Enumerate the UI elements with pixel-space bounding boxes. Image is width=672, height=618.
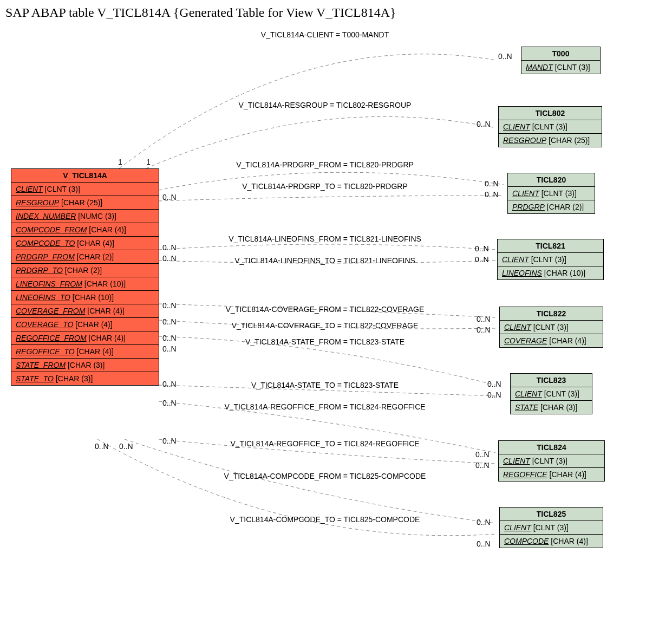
field-row: PRDGRP [CHAR (2)] bbox=[508, 200, 595, 213]
cardinality: 0..N bbox=[498, 52, 512, 61]
field-row: CLIENT [CLNT (3)] bbox=[499, 120, 602, 134]
entity-ticl824: TICL824 CLIENT [CLNT (3)] REGOFFICE [CHA… bbox=[498, 440, 605, 482]
field-row: MANDT [CLNT (3)] bbox=[521, 61, 600, 74]
field-row: PRDGRP_TO [CHAR (2)] bbox=[11, 264, 159, 277]
cardinality: 0..N bbox=[477, 539, 491, 548]
entity-header: TICL825 bbox=[500, 508, 603, 521]
relation-label: V_TICL814A-PRDGRP_FROM = TICL820-PRDGRP bbox=[236, 160, 414, 169]
relation-label: V_TICL814A-PRDGRP_TO = TICL820-PRDGRP bbox=[242, 182, 408, 191]
entity-header: TICL802 bbox=[499, 107, 602, 120]
field-row: CLIENT [CLNT (3)] bbox=[498, 253, 603, 266]
field-row: COMPCODE_FROM [CHAR (4)] bbox=[11, 223, 159, 237]
field-row: COVERAGE_FROM [CHAR (4)] bbox=[11, 304, 159, 318]
entity-ticl821: TICL821 CLIENT [CLNT (3)] LINEOFINS [CHA… bbox=[497, 239, 604, 280]
cardinality: 1 bbox=[118, 158, 122, 166]
cardinality: 0..N bbox=[162, 243, 177, 252]
cardinality: 0..N bbox=[485, 190, 499, 199]
cardinality: 0..N bbox=[487, 380, 501, 388]
field-row: REGOFFICE_TO [CHAR (4)] bbox=[11, 345, 159, 359]
entity-header: V_TICL814A bbox=[11, 169, 159, 183]
relation-label: V_TICL814A-COMPCODE_TO = TICL825-COMPCOD… bbox=[230, 515, 420, 524]
cardinality: 0..N bbox=[477, 326, 491, 334]
cardinality: 0..N bbox=[477, 315, 491, 323]
field-row: CLIENT [CLNT (3)] bbox=[511, 387, 592, 401]
entity-header: T000 bbox=[521, 47, 600, 61]
entity-ticl802: TICL802 CLIENT [CLNT (3)] RESGROUP [CHAR… bbox=[498, 106, 602, 147]
cardinality: 0..N bbox=[477, 120, 491, 128]
entity-header: TICL821 bbox=[498, 239, 603, 253]
relation-label: V_TICL814A-STATE_FROM = TICL823-STATE bbox=[245, 337, 404, 346]
entity-ticl822: TICL822 CLIENT [CLNT (3)] COVERAGE [CHAR… bbox=[499, 307, 603, 348]
entity-header: TICL820 bbox=[508, 173, 595, 187]
field-row: COVERAGE [CHAR (4)] bbox=[500, 334, 603, 347]
er-diagram: V_TICL814A CLIENT [CLNT (3)] RESGROUP [C… bbox=[5, 22, 667, 618]
field-row: CLIENT [CLNT (3)] bbox=[500, 321, 603, 334]
field-row: REGOFFICE_FROM [CHAR (4)] bbox=[11, 331, 159, 345]
cardinality: 0..N bbox=[162, 344, 177, 353]
field-row: CLIENT [CLNT (3)] bbox=[500, 521, 603, 535]
cardinality: 0..N bbox=[162, 317, 177, 326]
relation-label: V_TICL814A-COVERAGE_FROM = TICL822-COVER… bbox=[226, 305, 425, 314]
relation-label: V_TICL814A-REGOFFICE_TO = TICL824-REGOFF… bbox=[230, 439, 419, 448]
field-row: PRDGRP_FROM [CHAR (2)] bbox=[11, 250, 159, 264]
entity-ticl825: TICL825 CLIENT [CLNT (3)] COMPCODE [CHAR… bbox=[499, 507, 603, 548]
cardinality: 0..N bbox=[475, 244, 489, 253]
field-row: INDEX_NUMBER [NUMC (3)] bbox=[11, 210, 159, 223]
page-title: SAP ABAP table V_TICL814A {Generated Tab… bbox=[5, 5, 667, 20]
entity-t000: T000 MANDT [CLNT (3)] bbox=[521, 47, 601, 74]
relation-label: V_TICL814A-LINEOFINS_FROM = TICL821-LINE… bbox=[229, 235, 421, 243]
entity-v-ticl814a: V_TICL814A CLIENT [CLNT (3)] RESGROUP [C… bbox=[11, 168, 159, 386]
entity-ticl820: TICL820 CLIENT [CLNT (3)] PRDGRP [CHAR (… bbox=[507, 173, 595, 214]
entity-header: TICL824 bbox=[499, 441, 604, 454]
cardinality: 0..N bbox=[477, 518, 491, 526]
relation-label: V_TICL814A-COVERAGE_TO = TICL822-COVERAG… bbox=[232, 321, 419, 330]
field-row: STATE_FROM [CHAR (3)] bbox=[11, 359, 159, 372]
field-row: COMPCODE [CHAR (4)] bbox=[500, 535, 603, 548]
field-row: RESGROUP [CHAR (25)] bbox=[499, 134, 602, 147]
cardinality: 0..N bbox=[475, 461, 490, 470]
relation-label: V_TICL814A-COMPCODE_FROM = TICL825-COMPC… bbox=[224, 472, 426, 480]
cardinality: 0..N bbox=[162, 399, 177, 407]
cardinality: 0..N bbox=[475, 450, 490, 459]
relation-label: V_TICL814A-LINEOFINS_TO = TICL821-LINEOF… bbox=[234, 256, 415, 265]
cardinality: 0..N bbox=[119, 442, 133, 451]
cardinality: 0..N bbox=[162, 334, 177, 342]
field-row: COVERAGE_TO [CHAR (4)] bbox=[11, 318, 159, 331]
cardinality: 0..N bbox=[162, 193, 177, 201]
relation-label: V_TICL814A-REGOFFICE_FROM = TICL824-REGO… bbox=[224, 402, 425, 411]
cardinality: 0..N bbox=[162, 254, 177, 263]
cardinality: 0..N bbox=[475, 255, 489, 264]
cardinality: 0..N bbox=[162, 301, 177, 310]
cardinality: 1 bbox=[146, 158, 151, 166]
cardinality: 0..N bbox=[162, 380, 177, 388]
relation-label: V_TICL814A-STATE_TO = TICL823-STATE bbox=[251, 381, 399, 389]
relation-label: V_TICL814A-RESGROUP = TICL802-RESGROUP bbox=[239, 101, 412, 109]
field-row: STATE_TO [CHAR (3)] bbox=[11, 372, 159, 385]
cardinality: 0..N bbox=[162, 437, 177, 445]
cardinality: 0..N bbox=[487, 391, 501, 399]
entity-ticl823: TICL823 CLIENT [CLNT (3)] STATE [CHAR (3… bbox=[510, 373, 592, 414]
entity-header: TICL822 bbox=[500, 307, 603, 321]
entity-header: TICL823 bbox=[511, 374, 592, 387]
field-row: CLIENT [CLNT (3)] bbox=[508, 187, 595, 200]
field-row: STATE [CHAR (3)] bbox=[511, 401, 592, 414]
field-row: RESGROUP [CHAR (25)] bbox=[11, 196, 159, 210]
relation-label: V_TICL814A-CLIENT = T000-MANDT bbox=[261, 30, 389, 39]
field-row: LINEOFINS_FROM [CHAR (10)] bbox=[11, 277, 159, 291]
cardinality: 0..N bbox=[485, 179, 499, 188]
field-row: LINEOFINS [CHAR (10)] bbox=[498, 266, 603, 279]
cardinality: 0..N bbox=[95, 442, 109, 451]
field-row: LINEOFINS_TO [CHAR (10)] bbox=[11, 291, 159, 304]
field-row: REGOFFICE [CHAR (4)] bbox=[499, 468, 604, 481]
field-row: COMPCODE_TO [CHAR (4)] bbox=[11, 237, 159, 250]
field-row: CLIENT [CLNT (3)] bbox=[499, 454, 604, 468]
field-row: CLIENT [CLNT (3)] bbox=[11, 183, 159, 196]
